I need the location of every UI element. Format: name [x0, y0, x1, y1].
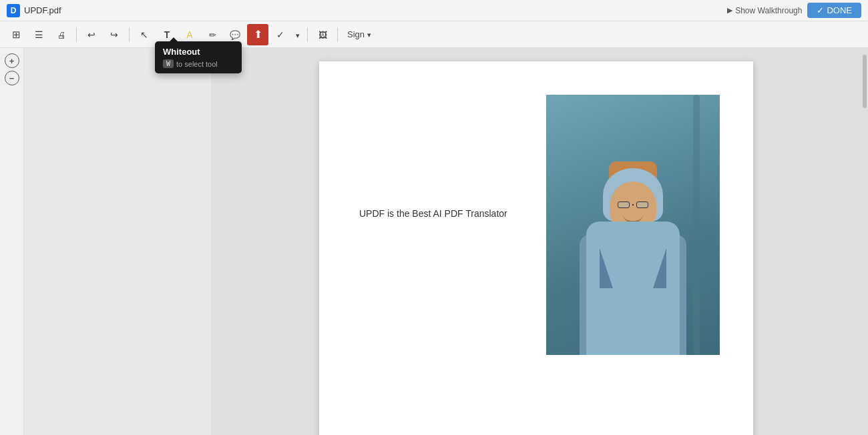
redo-button[interactable]	[103, 24, 125, 45]
pdf-embedded-image	[546, 95, 720, 355]
cursor-icon	[140, 29, 148, 41]
print-icon	[57, 29, 66, 41]
pdf-page: UPDF is the Best AI PDF Translator	[319, 61, 753, 435]
redo-icon	[110, 29, 118, 41]
list-view-button[interactable]	[28, 24, 49, 45]
tooltip-shortcut: W to select tool	[163, 59, 234, 68]
done-check-icon: ✓	[817, 5, 824, 15]
sign-dropdown-icon	[367, 29, 371, 39]
whiteout-tooltip: Whiteout W to select tool	[155, 41, 242, 73]
check-dropdown-button[interactable]	[292, 24, 303, 45]
play-icon: ▶	[727, 6, 732, 15]
whiteout-icon: ⬆	[254, 28, 262, 41]
show-walkthrough-button[interactable]: ▶ Show Walkthrough	[727, 6, 802, 15]
grid-view-button[interactable]	[5, 24, 27, 45]
check-tool-button[interactable]	[270, 24, 291, 45]
grid-icon	[12, 29, 21, 41]
image-icon	[318, 29, 327, 41]
right-scrollbar[interactable]	[861, 48, 868, 435]
undo-icon	[87, 29, 95, 41]
pdf-content-text: UPDF is the Best AI PDF Translator	[359, 208, 507, 219]
separator-2	[129, 27, 130, 42]
pen-icon	[209, 29, 216, 41]
filename: UPDF.pdf	[24, 5, 61, 15]
comment-icon	[230, 29, 240, 41]
zoom-out-button[interactable]: −	[5, 71, 19, 85]
check-icon	[276, 29, 284, 41]
title-bar: D UPDF.pdf ▶ Show Walkthrough ✓ DONE	[0, 0, 868, 21]
tooltip-title: Whiteout	[163, 47, 234, 57]
done-button[interactable]: ✓ DONE	[807, 3, 861, 18]
zoom-out-icon: −	[9, 73, 15, 83]
cursor-tool-button[interactable]	[134, 24, 155, 45]
separator-1	[76, 27, 77, 42]
zoom-in-icon: +	[9, 56, 15, 66]
separator-3	[307, 27, 308, 42]
figure-body	[586, 222, 680, 355]
highlight-icon: A	[186, 29, 192, 40]
sign-label: Sign	[347, 29, 365, 39]
left-sidebar: + −	[0, 48, 24, 435]
zoom-in-button[interactable]: +	[5, 53, 19, 68]
list-icon	[35, 29, 43, 41]
scrollbar-thumb[interactable]	[863, 55, 867, 108]
toolbar: A ⬆ Sign	[0, 21, 868, 48]
figure-jacket	[580, 235, 686, 355]
undo-button[interactable]	[81, 24, 102, 45]
title-bar-actions: ▶ Show Walkthrough ✓ DONE	[727, 3, 861, 18]
main-area: + − UPDF is the Best AI PDF Translator	[0, 48, 868, 435]
photo-background	[546, 95, 720, 355]
shortcut-key-badge: W	[163, 59, 174, 68]
print-button[interactable]	[51, 24, 72, 45]
app-logo: D	[7, 4, 20, 17]
text-icon	[164, 29, 170, 41]
sign-button[interactable]: Sign	[342, 27, 377, 42]
gray-panel	[24, 48, 211, 435]
pdf-area[interactable]: UPDF is the Best AI PDF Translator	[211, 48, 861, 435]
image-tool-button[interactable]	[312, 24, 333, 45]
separator-4	[337, 27, 338, 42]
check-dropdown-icon	[296, 29, 300, 41]
whiteout-tool-button[interactable]: ⬆	[247, 24, 268, 45]
photo-figure	[580, 141, 686, 355]
